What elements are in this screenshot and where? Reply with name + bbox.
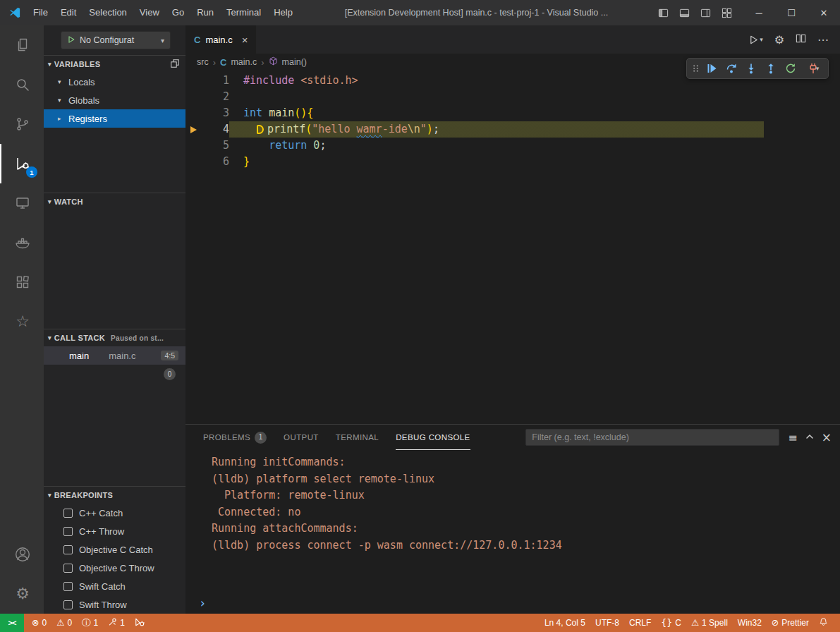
code-line-4[interactable]: 4 printf("hello wamr-ide\n"); (185, 121, 840, 138)
activity-docker[interactable] (0, 223, 44, 262)
panel-tab-problems[interactable]: PROBLEMS1 (203, 425, 267, 450)
start-debug-icon[interactable] (67, 35, 75, 46)
status-errors[interactable]: ⊗0 (27, 614, 51, 632)
close-panel-icon[interactable]: × (822, 430, 832, 444)
status-debug-status[interactable] (130, 614, 150, 632)
call-stack-header[interactable]: ▾ CALL STACK Paused on st... (44, 329, 185, 346)
panel-tab-output[interactable]: OUTPUT (284, 425, 319, 450)
drag-grip-icon[interactable] (690, 59, 701, 78)
step-into-icon[interactable] (742, 59, 760, 78)
status-language-mode[interactable]: {}C (656, 614, 686, 632)
stack-frame-row[interactable]: main main.c 4:5 (44, 346, 185, 365)
step-over-icon[interactable] (722, 59, 741, 78)
menu-terminal[interactable]: Terminal (220, 0, 267, 25)
status-warnings[interactable]: ⚠0 (51, 614, 77, 632)
activity-search[interactable] (0, 65, 44, 104)
breakpoint-item[interactable]: Objective C Catch (44, 540, 185, 559)
breakpoint-gutter[interactable] (185, 138, 201, 154)
breadcrumb-file[interactable]: main.c (231, 57, 257, 67)
code-line-6[interactable]: 6} (185, 154, 840, 170)
breakpoint-gutter[interactable] (185, 89, 201, 105)
code-line-5[interactable]: 5 return 0; (185, 138, 840, 154)
watch-header[interactable]: ▾ WATCH (44, 193, 185, 210)
remote-indicator[interactable]: >< (0, 614, 24, 632)
close-button[interactable]: ✕ (808, 0, 840, 25)
menu-file[interactable]: File (27, 0, 54, 25)
run-or-debug-icon[interactable]: ▾ (748, 35, 763, 45)
continue-icon[interactable] (702, 59, 721, 78)
menu-run[interactable]: Run (190, 0, 220, 25)
breakpoint-checkbox[interactable] (63, 564, 73, 573)
toggle-secondary-sidebar-icon[interactable] (696, 4, 714, 22)
status-platform[interactable]: Win32 (733, 614, 767, 632)
breakpoint-item[interactable]: Swift Catch (44, 577, 185, 595)
toggle-sidebar-icon[interactable] (654, 4, 672, 22)
breakpoint-item[interactable]: C++ Catch (44, 504, 185, 522)
menu-go[interactable]: Go (166, 0, 190, 25)
status-encoding[interactable]: UTF-8 (590, 614, 624, 632)
breakpoint-gutter[interactable] (185, 154, 201, 170)
menu-selection[interactable]: Selection (83, 0, 133, 25)
menu-help[interactable]: Help (267, 0, 299, 25)
tab-main-c[interactable]: C main.c × (185, 25, 257, 54)
maximize-panel-icon[interactable] (805, 432, 815, 444)
console-input-row[interactable]: › (199, 595, 840, 611)
breakpoint-gutter[interactable] (185, 73, 201, 89)
code-line-2[interactable]: 2 (185, 89, 840, 105)
breakpoint-checkbox[interactable] (63, 600, 73, 609)
filter-lines-icon[interactable]: ≡ (788, 431, 797, 444)
breakpoint-item[interactable]: Swift Throw (44, 595, 185, 614)
more-actions-icon[interactable]: ⋯ (817, 33, 829, 47)
breakpoint-checkbox[interactable] (63, 545, 73, 554)
maximize-button[interactable]: ☐ (775, 0, 808, 25)
activity-accounts[interactable] (0, 535, 44, 574)
breakpoint-item[interactable]: C++ Throw (44, 522, 185, 540)
panel-tab-debug-console[interactable]: DEBUG CONSOLE (396, 425, 470, 450)
activity-explorer[interactable] (0, 25, 44, 65)
step-out-icon[interactable] (762, 59, 780, 78)
restart-icon[interactable] (781, 59, 800, 78)
activity-extensions[interactable] (0, 262, 44, 302)
activity-star[interactable]: ☆ (0, 302, 44, 341)
status-prettier[interactable]: ⊘Prettier (767, 614, 814, 632)
disconnect-icon[interactable]: ▾ (801, 59, 825, 78)
breakpoint-checkbox[interactable] (63, 509, 73, 518)
breakpoints-header[interactable]: ▾ BREAKPOINTS (44, 487, 185, 504)
breakpoint-item[interactable]: Objective C Throw (44, 559, 185, 577)
menu-view[interactable]: View (133, 0, 166, 25)
activity-remote-explorer[interactable] (0, 183, 44, 223)
variables-item-globals[interactable]: ▾Globals (44, 91, 185, 109)
debug-console[interactable]: Running initCommands:(lldb) platform sel… (185, 450, 840, 614)
variables-header[interactable]: ▾ VARIABLES (44, 56, 185, 73)
breakpoint-checkbox[interactable] (63, 582, 73, 591)
status-infos[interactable]: ⓘ1 (77, 614, 103, 632)
customize-layout-icon[interactable] (717, 4, 736, 22)
breadcrumb-src[interactable]: src (197, 57, 209, 67)
menu-edit[interactable]: Edit (54, 0, 83, 25)
panel-tab-terminal[interactable]: TERMINAL (336, 425, 379, 450)
status-tools[interactable]: 1 (103, 614, 130, 632)
status-notifications[interactable] (814, 614, 833, 632)
breakpoint-gutter[interactable] (185, 105, 201, 121)
debug-config-dropdown[interactable]: No Configurat ▾ (61, 31, 171, 49)
activity-settings[interactable]: ⚙ (0, 574, 44, 614)
code-editor[interactable]: 1#include <stdio.h>23int main(){4 printf… (185, 71, 840, 424)
code-line-3[interactable]: 3int main(){ (185, 105, 840, 121)
toggle-panel-icon[interactable] (675, 4, 693, 22)
status-spell-status[interactable]: ⚠1 Spell (686, 614, 733, 632)
split-editor-icon[interactable] (796, 33, 806, 46)
console-filter-input[interactable] (525, 429, 779, 446)
status-cursor-position[interactable]: Ln 4, Col 5 (540, 614, 590, 632)
variables-item-locals[interactable]: ▾Locals (44, 73, 185, 91)
breakpoint-gutter[interactable] (185, 121, 201, 138)
breadcrumb-symbol[interactable]: main() (282, 57, 307, 67)
activity-source-control[interactable] (0, 104, 44, 144)
close-tab-icon[interactable]: × (242, 34, 248, 46)
status-eol[interactable]: CRLF (624, 614, 656, 632)
collapse-all-icon[interactable] (170, 59, 180, 70)
variables-item-registers[interactable]: ▸Registers (44, 109, 185, 128)
activity-run-and-debug[interactable]: 1 (0, 144, 44, 183)
minimize-button[interactable]: ─ (743, 0, 775, 25)
gear-icon[interactable]: ⚙ (774, 33, 784, 47)
breakpoint-checkbox[interactable] (63, 527, 73, 536)
